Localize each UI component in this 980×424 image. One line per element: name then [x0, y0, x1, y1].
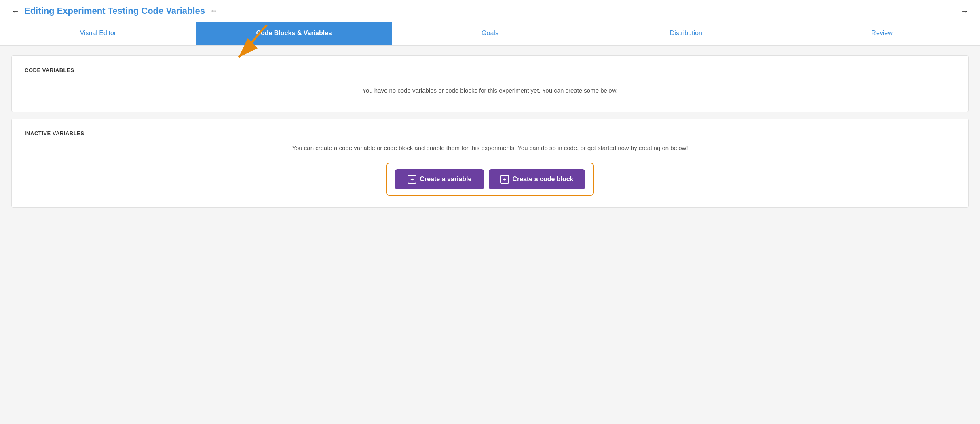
tab-distribution[interactable]: Distribution — [588, 22, 784, 45]
back-button[interactable]: ← — [11, 6, 19, 16]
code-variables-title: CODE VARIABLES — [25, 67, 955, 73]
plus-icon-code-block: + — [500, 175, 509, 184]
tab-review[interactable]: Review — [784, 22, 980, 45]
inactive-variables-section: INACTIVE VARIABLES You can create a code… — [11, 119, 969, 208]
action-buttons-container: + Create a variable + Create a code bloc… — [386, 163, 593, 196]
tab-code-blocks[interactable]: Code Blocks & Variables — [196, 22, 392, 45]
code-variables-message: You have no code variables or code block… — [25, 81, 955, 100]
page-title: Editing Experiment Testing Code Variable… — [24, 6, 205, 16]
forward-button[interactable]: → — [961, 6, 969, 16]
tab-visual-editor[interactable]: Visual Editor — [0, 22, 196, 45]
plus-icon-variable: + — [408, 175, 416, 184]
page-header: ← Editing Experiment Testing Code Variab… — [0, 0, 980, 22]
edit-icon[interactable]: ✏ — [211, 7, 217, 15]
main-content: CODE VARIABLES You have no code variable… — [0, 46, 980, 217]
create-code-block-label: Create a code block — [512, 176, 573, 183]
create-variable-label: Create a variable — [420, 176, 471, 183]
inactive-variables-message: You can create a code variable or code b… — [25, 144, 955, 153]
tab-bar: Visual Editor Code Blocks & Variables Go… — [0, 22, 980, 46]
tab-goals[interactable]: Goals — [392, 22, 588, 45]
create-code-block-button[interactable]: + Create a code block — [489, 169, 585, 189]
create-variable-button[interactable]: + Create a variable — [395, 169, 484, 189]
inactive-variables-title: INACTIVE VARIABLES — [25, 130, 955, 136]
code-variables-section: CODE VARIABLES You have no code variable… — [11, 55, 969, 112]
